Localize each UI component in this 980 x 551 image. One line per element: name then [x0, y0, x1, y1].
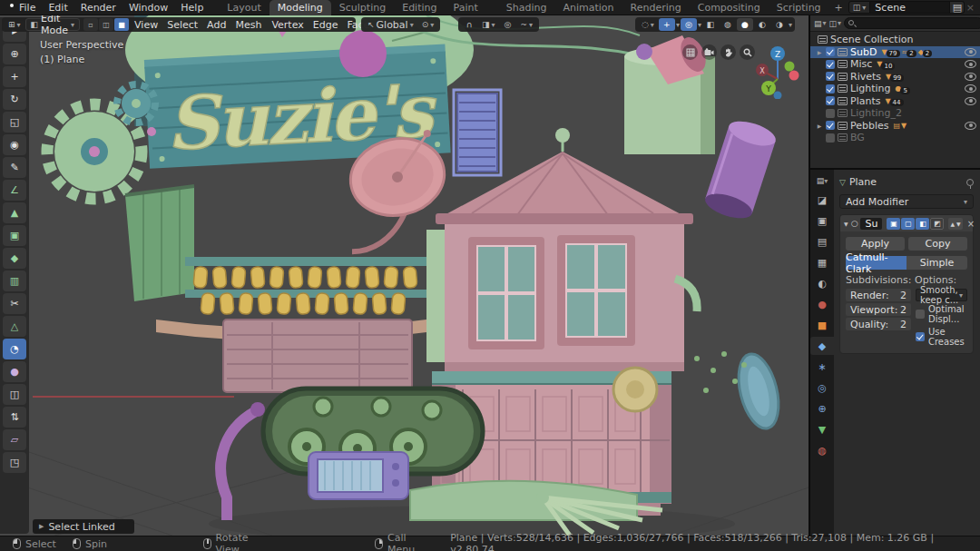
tool-shear[interactable]: ▱ [3, 429, 26, 450]
breadcrumb-object[interactable]: Plane [849, 176, 877, 188]
render-toggle[interactable]: ▣ [887, 218, 900, 230]
overlays-dropdown[interactable]: ▾ [698, 21, 701, 29]
menu-edit[interactable]: Edit [42, 2, 74, 14]
menu-vertex[interactable]: Vertex [267, 19, 308, 31]
properties-tab-object[interactable]: ■ [810, 316, 834, 334]
tool-bevel[interactable]: ◆ [3, 248, 26, 269]
outliner-row-lighting[interactable]: Lighting●5 [810, 83, 980, 95]
menu-view[interactable]: View [130, 19, 162, 31]
collection-checkbox[interactable] [826, 133, 835, 143]
operator-panel[interactable]: ▶ Select Linked [33, 519, 134, 534]
move-modifier-buttons[interactable]: ▲▼ [948, 218, 962, 230]
modifier-name-field[interactable]: Su [860, 218, 882, 230]
menu-mesh[interactable]: Mesh [230, 19, 266, 31]
outliner-row-scene-collection[interactable]: Scene Collection [810, 34, 980, 46]
tool-scale[interactable]: ◱ [3, 112, 26, 133]
tab-sculpting[interactable]: Sculpting [331, 0, 394, 15]
eye-icon[interactable] [965, 73, 976, 81]
outliner-search-input[interactable] [844, 17, 980, 29]
falloff-select[interactable]: ~▾ [517, 18, 537, 31]
eye-icon[interactable] [965, 48, 976, 56]
menu-add[interactable]: Add [202, 19, 230, 31]
tool-extrude-region[interactable]: ▲ [3, 202, 26, 223]
unlink-scene-button[interactable]: × [965, 2, 975, 14]
menu-window[interactable]: Window [122, 2, 174, 14]
tool-poly-build[interactable]: △ [3, 316, 26, 337]
properties-tab-render[interactable]: ▣ [810, 212, 834, 230]
menu-help[interactable]: Help [174, 2, 210, 14]
outliner-row-plants[interactable]: Plants▼44 [810, 95, 980, 108]
apply-button[interactable]: Apply [846, 237, 905, 251]
eye-icon[interactable] [965, 60, 976, 68]
menu-edge[interactable]: Edge [309, 19, 343, 31]
viewport-field[interactable]: Viewport:2 [846, 303, 911, 316]
tab-shading[interactable]: Shading [498, 0, 555, 15]
tab-modeling[interactable]: Modeling [270, 0, 331, 15]
menu-file[interactable]: File [13, 2, 42, 14]
shading-rendered-button[interactable]: ◑ [771, 18, 788, 31]
properties-tab-object-data[interactable]: ▼ [810, 420, 834, 438]
tool-move[interactable]: + [3, 66, 26, 87]
new-scene-button[interactable]: ▤ [950, 1, 965, 14]
add-modifier-select[interactable]: Add Modifier▾ [839, 194, 974, 209]
cage-toggle[interactable]: ◩ [930, 218, 944, 230]
overlays-toggle[interactable]: ◎ [681, 18, 697, 31]
collection-checkbox[interactable] [826, 47, 835, 56]
properties-tab-material[interactable]: ◍ [810, 441, 834, 459]
tool-rotate[interactable]: ↻ [3, 89, 26, 110]
properties-tab-tool[interactable]: ◪ [810, 191, 834, 209]
collapse-icon[interactable]: ▼ [844, 221, 848, 227]
edge-select-toggle[interactable]: ◫ [99, 18, 113, 31]
gizmo-toggle[interactable]: + [659, 18, 675, 31]
quality-field[interactable]: Quality:2 [846, 318, 911, 330]
collection-checkbox[interactable] [826, 84, 835, 93]
collection-checkbox[interactable] [826, 60, 835, 69]
snap-mode-select[interactable]: ◨▾ [478, 18, 499, 31]
pivot-point-select[interactable]: ⊙▾ [418, 18, 438, 31]
properties-tab-modifiers[interactable]: ◆ [810, 337, 834, 355]
optimal-display-option[interactable]: Optimal Displ... [916, 304, 967, 324]
menu-render[interactable]: Render [74, 2, 122, 14]
properties-tab-scene[interactable]: ◐ [810, 274, 834, 292]
shading-solid-button[interactable]: ● [737, 18, 753, 31]
visibility-dropdown[interactable]: ◌▾ [638, 18, 658, 31]
simple-button[interactable]: Simple [906, 256, 967, 270]
tab-scripting[interactable]: Scripting [769, 0, 829, 15]
tool-cursor[interactable]: ⊕ [3, 44, 26, 64]
outliner-row-bg[interactable]: BG [810, 132, 980, 144]
viewport-3d[interactable]: Suzie's [0, 15, 808, 536]
xray-toggle[interactable]: ◧ [702, 18, 719, 31]
properties-tab-world[interactable]: ● [810, 295, 834, 313]
scene-icon[interactable]: ◫▾ [848, 1, 871, 14]
tool-measure[interactable]: ∠ [3, 180, 26, 201]
snap-toggle[interactable]: ∩ [461, 18, 477, 31]
copy-button[interactable]: Copy [908, 237, 967, 251]
tool-shrink-fatten[interactable]: ⇅ [3, 407, 26, 428]
tool-rip-region[interactable]: ◳ [3, 452, 26, 473]
shading-material-button[interactable]: ◐ [754, 18, 770, 31]
remove-modifier-button[interactable]: × [967, 219, 975, 229]
vertex-select-toggle[interactable]: ▫ [83, 18, 98, 31]
expand-arrow-icon[interactable]: ▶ [816, 49, 823, 55]
outliner-row-lighting-2[interactable]: Lighting_2 [810, 107, 980, 120]
properties-tab-output[interactable]: ▤ [810, 232, 834, 251]
catmull-clark-button[interactable]: Catmull-Clark [846, 256, 906, 270]
outliner-row-pebbles[interactable]: ▶Pebbles▤▼ [810, 120, 980, 133]
toggle-perspective-button[interactable] [682, 44, 698, 60]
filter-id-button[interactable]: ◫▾ [829, 19, 842, 28]
pin-icon[interactable] [966, 179, 974, 186]
shading-dropdown[interactable]: ▾ [789, 21, 792, 29]
outliner-row-subd[interactable]: ▶SubD▼79≈2◆2 [810, 46, 980, 59]
tool-transform[interactable]: ◉ [3, 134, 26, 155]
outliner-row-rivets[interactable]: Rivets▼99 [810, 71, 980, 84]
tool-smooth[interactable]: ● [3, 361, 26, 382]
properties-editor-type-button[interactable]: ▤▾ [810, 173, 834, 188]
proportional-edit-toggle[interactable]: ◎ [500, 18, 516, 31]
editmode-toggle[interactable]: ◧ [916, 218, 929, 230]
eye-icon[interactable] [965, 122, 976, 130]
eye-icon[interactable] [965, 84, 976, 93]
shading-wireframe-button[interactable]: ◍ [720, 18, 736, 31]
transform-orientation-select[interactable]: ↖Global▾ [364, 18, 417, 31]
navigation-gizmo[interactable]: Z X Y [748, 43, 800, 99]
tool-spin[interactable]: ◔ [3, 339, 26, 359]
